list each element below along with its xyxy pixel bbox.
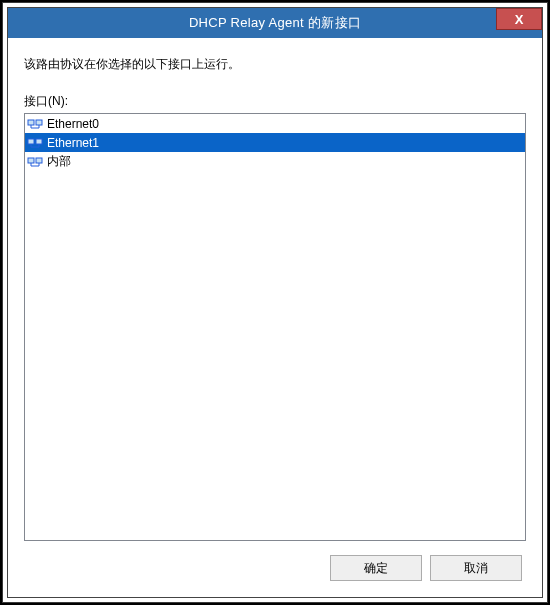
dialog-inner: DHCP Relay Agent 的新接口 X 该路由协议在你选择的以下接口上运… (7, 7, 543, 598)
cancel-button[interactable]: 取消 (430, 555, 522, 581)
network-adapter-icon (27, 135, 43, 151)
dialog-buttons: 确定 取消 (24, 541, 526, 585)
dialog-body: 该路由协议在你选择的以下接口上运行。 接口(N): Ethernet0 (8, 38, 542, 597)
svg-rect-4 (28, 158, 34, 163)
network-adapter-icon (27, 116, 43, 132)
window-title: DHCP Relay Agent 的新接口 (189, 14, 361, 32)
ok-button[interactable]: 确定 (330, 555, 422, 581)
list-item-label: Ethernet1 (47, 136, 99, 150)
close-button[interactable]: X (496, 8, 542, 30)
svg-rect-2 (28, 139, 34, 144)
network-adapter-icon (27, 154, 43, 170)
titlebar: DHCP Relay Agent 的新接口 X (8, 8, 542, 38)
svg-rect-1 (36, 120, 42, 125)
dialog-description: 该路由协议在你选择的以下接口上运行。 (24, 56, 526, 73)
list-item-label: Ethernet0 (47, 117, 99, 131)
dialog-window: DHCP Relay Agent 的新接口 X 该路由协议在你选择的以下接口上运… (2, 2, 548, 603)
close-icon: X (515, 12, 524, 27)
svg-rect-0 (28, 120, 34, 125)
list-item[interactable]: 内部 (25, 152, 525, 171)
svg-rect-3 (36, 139, 42, 144)
list-item[interactable]: Ethernet0 (25, 114, 525, 133)
interfaces-label: 接口(N): (24, 93, 526, 110)
svg-rect-5 (36, 158, 42, 163)
list-item[interactable]: Ethernet1 (25, 133, 525, 152)
list-item-label: 内部 (47, 153, 71, 170)
interfaces-listbox[interactable]: Ethernet0 Ethernet1 (24, 113, 526, 541)
